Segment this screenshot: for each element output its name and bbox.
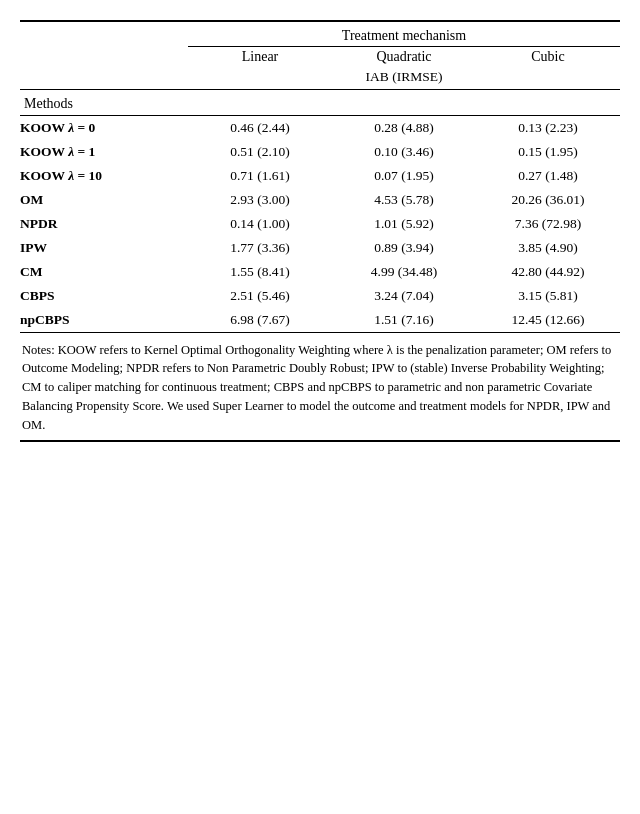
linear-value: 0.46 (2.44) [188, 115, 332, 140]
linear-value: 2.93 (3.00) [188, 188, 332, 212]
quadratic-value: 1.51 (7.16) [332, 308, 476, 332]
linear-header: Linear [188, 47, 332, 68]
quadratic-header: Quadratic [332, 47, 476, 68]
column-header-row: Linear Quadratic Cubic [20, 47, 620, 68]
cubic-value: 0.15 (1.95) [476, 140, 620, 164]
iab-empty [20, 67, 188, 90]
cubic-label-empty [476, 90, 620, 115]
method-cell: OM [20, 188, 188, 212]
linear-value: 0.71 (1.61) [188, 164, 332, 188]
table-row: CBPS2.51 (5.46)3.24 (7.04)3.15 (5.81) [20, 284, 620, 308]
quadratic-value: 0.07 (1.95) [332, 164, 476, 188]
linear-value: 0.14 (1.00) [188, 212, 332, 236]
treatment-mechanism-header: Treatment mechanism [188, 22, 620, 47]
method-cell: IPW [20, 236, 188, 260]
table-row: IPW1.77 (3.36)0.89 (3.94)3.85 (4.90) [20, 236, 620, 260]
linear-value: 1.77 (3.36) [188, 236, 332, 260]
iab-header: IAB (IRMSE) [188, 67, 620, 90]
notes-section: Notes: KOOW refers to Kernel Optimal Ort… [20, 332, 620, 441]
quadratic-value: 1.01 (5.92) [332, 212, 476, 236]
cubic-header: Cubic [476, 47, 620, 68]
notes-text: Notes: KOOW refers to Kernel Optimal Ort… [22, 343, 611, 432]
table-row: OM2.93 (3.00)4.53 (5.78)20.26 (36.01) [20, 188, 620, 212]
title-row: Treatment mechanism [20, 22, 620, 47]
table-row: CM1.55 (8.41)4.99 (34.48)42.80 (44.92) [20, 260, 620, 284]
table-container: Treatment mechanism Linear Quadratic Cub… [20, 20, 620, 442]
methods-label-row: Methods [20, 90, 620, 115]
quadratic-value: 4.53 (5.78) [332, 188, 476, 212]
table-row: NPDR0.14 (1.00)1.01 (5.92)7.36 (72.98) [20, 212, 620, 236]
table-row: npCBPS6.98 (7.67)1.51 (7.16)12.45 (12.66… [20, 308, 620, 332]
methods-label: Methods [20, 90, 188, 115]
results-table: Treatment mechanism Linear Quadratic Cub… [20, 22, 620, 332]
linear-label-empty [188, 90, 332, 115]
linear-value: 2.51 (5.46) [188, 284, 332, 308]
method-cell: CM [20, 260, 188, 284]
method-cell: KOOW λ = 0 [20, 115, 188, 140]
table-body: KOOW λ = 00.46 (2.44)0.28 (4.88)0.13 (2.… [20, 115, 620, 332]
method-header-empty [20, 47, 188, 68]
table-row: KOOW λ = 10.51 (2.10)0.10 (3.46)0.15 (1.… [20, 140, 620, 164]
method-cell: npCBPS [20, 308, 188, 332]
cubic-value: 20.26 (36.01) [476, 188, 620, 212]
table-row: KOOW λ = 00.46 (2.44)0.28 (4.88)0.13 (2.… [20, 115, 620, 140]
iab-row: IAB (IRMSE) [20, 67, 620, 90]
quadratic-value: 0.10 (3.46) [332, 140, 476, 164]
cubic-value: 12.45 (12.66) [476, 308, 620, 332]
cubic-value: 3.15 (5.81) [476, 284, 620, 308]
empty-header-cell [20, 22, 188, 47]
cubic-value: 0.13 (2.23) [476, 115, 620, 140]
linear-value: 6.98 (7.67) [188, 308, 332, 332]
cubic-value: 3.85 (4.90) [476, 236, 620, 260]
method-cell: NPDR [20, 212, 188, 236]
table-row: KOOW λ = 100.71 (1.61)0.07 (1.95)0.27 (1… [20, 164, 620, 188]
method-cell: KOOW λ = 1 [20, 140, 188, 164]
quad-label-empty [332, 90, 476, 115]
linear-value: 1.55 (8.41) [188, 260, 332, 284]
quadratic-value: 0.28 (4.88) [332, 115, 476, 140]
quadratic-value: 3.24 (7.04) [332, 284, 476, 308]
linear-value: 0.51 (2.10) [188, 140, 332, 164]
quadratic-value: 0.89 (3.94) [332, 236, 476, 260]
cubic-value: 0.27 (1.48) [476, 164, 620, 188]
quadratic-value: 4.99 (34.48) [332, 260, 476, 284]
cubic-value: 42.80 (44.92) [476, 260, 620, 284]
cubic-value: 7.36 (72.98) [476, 212, 620, 236]
method-cell: CBPS [20, 284, 188, 308]
method-cell: KOOW λ = 10 [20, 164, 188, 188]
